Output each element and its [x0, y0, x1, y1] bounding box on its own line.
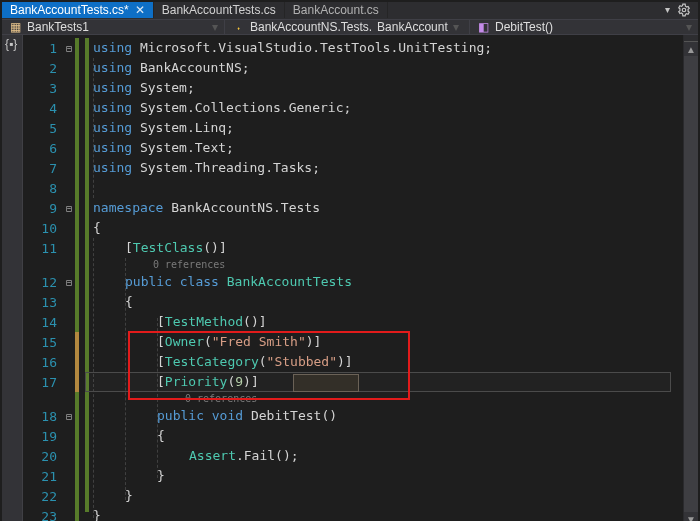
line-number[interactable]: 5 — [23, 121, 63, 136]
line-number[interactable]: 19 — [23, 429, 63, 444]
nav-class-dropdown[interactable]: ⬪ BankAccountNS.Tests.BankAccount ▾ — [225, 20, 470, 34]
tab-bankaccounttests[interactable]: BankAccountTests.cs — [154, 2, 285, 18]
tab-label: BankAccountTests.cs — [162, 3, 276, 17]
tab-strip: BankAccountTests.cs* ✕ BankAccountTests.… — [2, 2, 698, 19]
modification-indicator — [75, 38, 79, 58]
modification-indicator — [75, 198, 79, 218]
scroll-down-icon[interactable]: ▼ — [684, 512, 698, 521]
line-number[interactable]: 4 — [23, 101, 63, 116]
fold-toggle-icon[interactable]: ⊟ — [63, 203, 75, 214]
modification-indicator — [75, 372, 79, 392]
modification-indicator — [75, 426, 79, 446]
modification-indicator — [75, 406, 79, 426]
modification-indicator — [75, 78, 79, 98]
line-number[interactable]: 6 — [23, 141, 63, 156]
modification-indicator — [75, 98, 79, 118]
modification-indicator — [75, 218, 79, 238]
modification-indicator — [75, 446, 79, 466]
breakpoint-margin[interactable]: {▪} — [2, 35, 23, 521]
fold-toggle-icon[interactable]: ⊟ — [63, 277, 75, 288]
tab-bankaccount[interactable]: BankAccount.cs — [285, 2, 388, 18]
modification-indicator — [75, 312, 79, 332]
line-number[interactable]: 11 — [23, 241, 63, 256]
modification-indicator — [75, 466, 79, 486]
line-number[interactable]: 2 — [23, 61, 63, 76]
modification-indicator — [75, 58, 79, 78]
line-number[interactable]: 1 — [23, 41, 63, 56]
code-lens[interactable]: 0 references — [85, 258, 683, 272]
modification-indicator — [75, 486, 79, 506]
nav-project-label: BankTests1 — [27, 20, 89, 34]
line-number[interactable]: 12 — [23, 275, 63, 290]
nav-member-dropdown[interactable]: ◧ DebitTest() ▾ — [470, 20, 698, 34]
code-editor[interactable]: {▪} 1⊟23456789⊟101112⊟131415161718⊟19202… — [2, 35, 698, 521]
fold-toggle-icon[interactable]: ⊟ — [63, 43, 75, 54]
line-number[interactable]: 8 — [23, 181, 63, 196]
outline-toggle-icon[interactable]: {▪} — [5, 37, 17, 51]
modification-indicator — [75, 118, 79, 138]
project-icon: ▦ — [8, 20, 22, 34]
line-number[interactable]: 22 — [23, 489, 63, 504]
svg-point-0 — [682, 8, 686, 12]
line-number[interactable]: 16 — [23, 355, 63, 370]
line-number[interactable]: 20 — [23, 449, 63, 464]
modification-indicator — [75, 238, 79, 258]
modification-indicator — [75, 138, 79, 158]
modification-indicator — [75, 506, 79, 521]
modification-indicator — [75, 332, 79, 352]
modification-indicator — [75, 272, 79, 292]
modification-indicator — [75, 158, 79, 178]
line-number[interactable]: 10 — [23, 221, 63, 236]
tab-label: BankAccount.cs — [293, 3, 379, 17]
nav-member-label: DebitTest() — [495, 20, 553, 34]
nav-class-prefix: BankAccountNS.Tests. — [250, 20, 372, 34]
tab-overflow-icon[interactable]: ▾ — [665, 5, 670, 15]
modification-indicator — [75, 292, 79, 312]
line-number[interactable]: 15 — [23, 335, 63, 350]
nav-project-dropdown[interactable]: ▦ BankTests1 ▾ — [2, 20, 225, 34]
code-lens[interactable]: 0 references — [85, 392, 683, 406]
class-icon: ⬪ — [231, 20, 245, 34]
tab-bankaccounttests-modified[interactable]: BankAccountTests.cs* ✕ — [2, 2, 154, 18]
split-grip[interactable] — [684, 35, 698, 42]
line-number[interactable]: 3 — [23, 81, 63, 96]
line-number[interactable]: 23 — [23, 509, 63, 522]
line-number[interactable]: 21 — [23, 469, 63, 484]
line-number[interactable]: 14 — [23, 315, 63, 330]
vertical-scrollbar[interactable]: ▲ ▼ — [683, 35, 698, 521]
line-number[interactable]: 13 — [23, 295, 63, 310]
method-icon: ◧ — [476, 20, 490, 34]
line-number[interactable]: 18 — [23, 409, 63, 424]
chevron-down-icon: ▾ — [453, 20, 459, 34]
gear-icon[interactable] — [676, 2, 692, 18]
code-text: Microsoft.VisualStudio.TestTools.UnitTes… — [132, 40, 492, 55]
code-area[interactable]: using Microsoft.VisualStudio.TestTools.U… — [85, 35, 683, 521]
line-number[interactable]: 9 — [23, 201, 63, 216]
modification-indicator — [75, 352, 79, 372]
modification-indicator — [75, 392, 79, 406]
line-number[interactable]: 17 — [23, 375, 63, 390]
modification-indicator — [75, 258, 79, 272]
keyword: using — [93, 40, 132, 55]
modification-indicator — [75, 178, 79, 198]
close-icon[interactable]: ✕ — [135, 5, 145, 15]
code-navigation-bar: ▦ BankTests1 ▾ ⬪ BankAccountNS.Tests.Ban… — [2, 19, 698, 35]
nav-class-name: BankAccount — [377, 20, 448, 34]
scroll-up-icon[interactable]: ▲ — [684, 42, 698, 56]
line-number[interactable]: 7 — [23, 161, 63, 176]
fold-toggle-icon[interactable]: ⊟ — [63, 411, 75, 422]
line-number-gutter[interactable]: 1⊟23456789⊟101112⊟131415161718⊟192021222… — [23, 35, 85, 521]
chevron-down-icon: ▾ — [686, 20, 692, 34]
tab-label: BankAccountTests.cs* — [10, 3, 129, 17]
chevron-down-icon: ▾ — [212, 20, 218, 34]
